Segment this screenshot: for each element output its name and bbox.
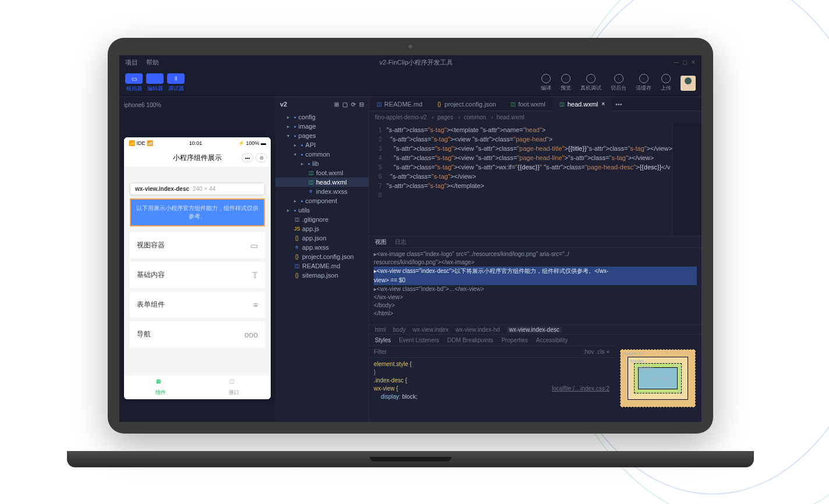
action-编译[interactable]: ·编译 xyxy=(541,74,551,92)
refresh-icon[interactable]: ⟳ xyxy=(351,101,356,108)
menu-item[interactable]: 表单组件≡ xyxy=(130,292,265,318)
menu-item[interactable]: 基础内容𝕋 xyxy=(130,262,265,288)
new-folder-icon[interactable]: ▢ xyxy=(342,101,348,108)
editor-tab[interactable]: ◫head.wxml× xyxy=(552,97,612,111)
min-icon[interactable]: — xyxy=(674,59,679,65)
action-真机调试[interactable]: ·真机调试 xyxy=(580,74,601,92)
code-editor[interactable]: 12345678 "s-attr">class="s-tag"><templat… xyxy=(369,123,702,236)
phone-navbar: 小程序组件展示 ••• ⊙ xyxy=(124,149,271,166)
styles-tab[interactable]: Properties xyxy=(501,337,528,343)
action-清缓存[interactable]: ·清缓存 xyxy=(636,74,651,92)
tabs-more-icon[interactable]: ••• xyxy=(612,101,626,108)
tree-item[interactable]: ▸▪utils xyxy=(275,205,369,215)
menu-item[interactable]: 导航ooo xyxy=(130,321,265,347)
mode-调试器[interactable]: ⫴调试器 xyxy=(167,73,185,93)
menu-help[interactable]: 帮助 xyxy=(146,58,159,67)
phone-statusbar: 📶 IDE 📶 10:01 ⚡ 100% ▬ xyxy=(124,137,271,149)
highlighted-element[interactable]: 以下用展示小程序官方组件能力，组件样式仅供参考。 xyxy=(130,198,265,226)
phone-preview: 📶 IDE 📶 10:01 ⚡ 100% ▬ 小程序组件展示 ••• ⊙ xyxy=(124,137,271,399)
dt-tab-log[interactable]: 日志 xyxy=(395,238,406,246)
breadcrumb-item[interactable]: common xyxy=(464,114,493,120)
tree-item[interactable]: ◫foot.wxml xyxy=(275,168,369,178)
tree-item[interactable]: ◫head.wxml xyxy=(275,178,369,187)
styles-tab[interactable]: Accessibility xyxy=(536,337,568,343)
tree-item[interactable]: ▾▪common xyxy=(275,150,369,159)
editor-tabs: ◫README.md{}project.config.json◫foot.wxm… xyxy=(369,97,702,111)
dom-crumb[interactable]: wx-view.index-desc xyxy=(507,326,562,333)
window-title: v2-FinClip小程序开发工具 xyxy=(380,58,454,67)
tree-item[interactable]: #index.wxss xyxy=(275,187,369,196)
dom-crumb[interactable]: body xyxy=(393,326,406,333)
new-file-icon[interactable]: ⊞ xyxy=(334,101,339,108)
action-预览[interactable]: ·预览 xyxy=(561,74,571,92)
tab-api[interactable]: ▢ 接口 xyxy=(197,375,271,399)
tree-item[interactable]: ▸▪component xyxy=(275,196,369,205)
editor-tab[interactable]: ◫README.md xyxy=(369,97,429,111)
phone-tabbar: ▦ 组件 ▢ 接口 xyxy=(124,375,271,399)
inspect-tooltip: wx-view.index-desc240 × 44 xyxy=(130,183,265,195)
dom-crumb[interactable]: html xyxy=(375,326,386,333)
tree-item[interactable]: ◫.gitignore xyxy=(275,215,369,224)
tree-item[interactable]: {}app.json xyxy=(275,233,369,243)
file-explorer: v2 ⊞ ▢ ⟳ ⊟ ▸▪config▸▪image▾▪pages▸▪API▾▪… xyxy=(275,97,369,422)
app-title: 小程序组件展示 xyxy=(173,153,222,163)
nav-more-icon[interactable]: ••• xyxy=(242,153,253,162)
styles-tab[interactable]: Event Listeners xyxy=(399,337,439,343)
tree-item[interactable]: #app.wxss xyxy=(275,243,369,252)
close-icon[interactable]: ✕ xyxy=(691,59,696,65)
devtools: 视图 日志 ▸<wx-image class="index-logo" src=… xyxy=(369,236,702,422)
camera-icon xyxy=(409,45,412,48)
action-上传[interactable]: ·上传 xyxy=(661,74,671,92)
tree-item[interactable]: ▸▪lib xyxy=(275,159,369,168)
styles-filter[interactable]: Filter xyxy=(374,349,387,355)
breadcrumb: fino-applet-demo-v2pagescommonhead.wxml xyxy=(369,111,702,123)
components-icon: ▦ xyxy=(156,378,165,388)
dt-tab-view[interactable]: 视图 xyxy=(375,238,387,246)
dom-tree[interactable]: ▸<wx-image class="index-logo" src="../re… xyxy=(369,248,702,324)
tree-item[interactable]: ▸▪config xyxy=(275,112,369,122)
styles-toggles[interactable]: :hov .cls + xyxy=(583,349,610,355)
max-icon[interactable]: ▢ xyxy=(682,59,688,65)
css-rules[interactable]: element.style {}.index-desc {</span></di… xyxy=(369,358,614,422)
time-label: 10:01 xyxy=(189,140,203,146)
tree-item[interactable]: {}project.config.json xyxy=(275,252,369,261)
breadcrumb-item[interactable]: pages xyxy=(437,114,460,120)
menu-item[interactable]: 视图容器▭ xyxy=(130,232,265,258)
action-切后台[interactable]: ·切后台 xyxy=(611,74,626,92)
tree-item[interactable]: ◫README.md xyxy=(275,261,369,271)
simulator-panel: iphone6 100% 📶 IDE 📶 10:01 ⚡ 100% ▬ 小程序组… xyxy=(119,97,275,422)
menubar: 项目 帮助 v2-FinClip小程序开发工具 — ▢ ✕ xyxy=(119,55,702,69)
api-icon: ▢ xyxy=(229,378,239,388)
breadcrumb-item[interactable]: fino-applet-demo-v2 xyxy=(375,114,434,120)
battery-label: ⚡ 100% ▬ xyxy=(238,140,266,146)
laptop-frame: 项目 帮助 v2-FinClip小程序开发工具 — ▢ ✕ ▭模拟器编辑器⫴调试… xyxy=(102,38,719,457)
breadcrumb-item[interactable]: head.wxml xyxy=(497,114,525,120)
ide-window: 项目 帮助 v2-FinClip小程序开发工具 — ▢ ✕ ▭模拟器编辑器⫴调试… xyxy=(119,55,702,422)
toolbar: ▭模拟器编辑器⫴调试器 ·编译·预览·真机调试·切后台·清缓存·上传 xyxy=(119,69,702,97)
tree-item[interactable]: JSapp.js xyxy=(275,224,369,233)
tree-item[interactable]: ▸▪image xyxy=(275,122,369,131)
editor-tab[interactable]: {}project.config.json xyxy=(430,97,504,111)
tab-components[interactable]: ▦ 组件 xyxy=(124,375,197,399)
carrier-label: 📶 IDE 📶 xyxy=(129,140,153,146)
editor-area: ◫README.md{}project.config.json◫foot.wxm… xyxy=(369,97,702,422)
styles-tab[interactable]: Styles xyxy=(375,337,391,343)
minimap[interactable] xyxy=(672,123,702,236)
box-model: margin 10 border - padding - 240 × 44 xyxy=(614,335,702,422)
device-label: iphone6 100% xyxy=(124,102,271,108)
mode-模拟器[interactable]: ▭模拟器 xyxy=(125,73,143,93)
menu-project[interactable]: 项目 xyxy=(125,58,138,67)
styles-tab[interactable]: DOM Breakpoints xyxy=(447,337,493,343)
project-root[interactable]: v2 xyxy=(280,101,287,108)
mode-编辑器[interactable]: 编辑器 xyxy=(146,73,164,93)
tree-item[interactable]: ▸▪API xyxy=(275,140,369,150)
dom-breadcrumb: htmlbodywx-view.indexwx-view.index-hdwx-… xyxy=(369,324,702,335)
dom-crumb[interactable]: wx-view.index-hd xyxy=(455,326,499,333)
tree-item[interactable]: ▾▪pages xyxy=(275,131,369,140)
collapse-icon[interactable]: ⊟ xyxy=(359,101,364,108)
dom-crumb[interactable]: wx-view.index xyxy=(413,326,449,333)
avatar[interactable] xyxy=(681,76,696,91)
nav-close-icon[interactable]: ⊙ xyxy=(256,153,267,162)
tree-item[interactable]: {}sitemap.json xyxy=(275,271,369,280)
editor-tab[interactable]: ◫foot.wxml xyxy=(503,97,552,111)
